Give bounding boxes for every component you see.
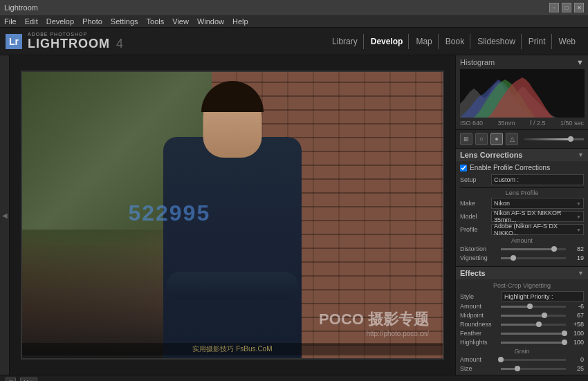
distortion-thumb[interactable]: [551, 246, 557, 252]
tab-slideshow[interactable]: Slideshow: [472, 34, 522, 49]
bottom-strip: □ Y▼: [0, 375, 588, 381]
left-panel-arrow[interactable]: ◀: [2, 212, 8, 219]
feather-label: Feather: [460, 330, 498, 337]
focal-value: 35mm: [498, 120, 515, 127]
shutter-value: 1/50 sec: [560, 120, 584, 127]
profile-dropdown[interactable]: Adobe (Nikon AF-S DX NIKKO... ▼: [491, 224, 584, 235]
lens-corrections-header[interactable]: Lens Corrections ▼: [456, 149, 588, 161]
midpoint-row: Midpoint 67: [460, 312, 584, 319]
menu-tools[interactable]: Tools: [147, 17, 165, 26]
maximize-button[interactable]: □: [562, 3, 571, 12]
logo-text: ADOBE PHOTOSHOP LIGHTROOM 4: [28, 32, 123, 51]
histogram-info: ISO 640 35mm f / 2.5 1/50 sec: [460, 120, 584, 127]
model-arrow: ▼: [576, 214, 581, 219]
setup-label: Setup: [460, 176, 491, 183]
feather-fill: [501, 333, 566, 335]
left-panel[interactable]: ◀: [0, 55, 10, 375]
center-area: 522995 POCO 摄影专题 http://photo.poco.cn/ 实…: [10, 55, 455, 375]
grain-label: Grain: [460, 348, 584, 355]
tab-map[interactable]: Map: [410, 34, 438, 49]
profile-label: Profile: [460, 226, 491, 233]
effects-header[interactable]: Effects ▼: [456, 267, 588, 279]
histogram-header: Histogram ▼: [460, 58, 584, 66]
amount-fill: [501, 306, 530, 308]
midpoint-slider[interactable]: [501, 315, 566, 317]
watermark-code: 522995: [128, 201, 210, 226]
tab-develop[interactable]: Develop: [365, 34, 410, 49]
person-arms: [167, 272, 298, 299]
enable-profile-checkbox[interactable]: [460, 165, 467, 171]
tool-triangle[interactable]: △: [506, 133, 518, 145]
minimize-button[interactable]: −: [549, 3, 559, 12]
roundness-slider[interactable]: [501, 324, 566, 326]
midpoint-thumb[interactable]: [542, 313, 547, 318]
tool-circle[interactable]: ○: [475, 133, 488, 145]
strip-button-1[interactable]: □: [6, 378, 16, 382]
highlights-row: Highlights 100: [460, 339, 584, 346]
lens-corrections-arrow: ▼: [578, 151, 584, 158]
menu-bar: File Edit Develop Photo Settings Tools V…: [0, 15, 588, 28]
tab-book[interactable]: Book: [440, 34, 470, 49]
version-number: 4: [116, 37, 123, 50]
effects-section: Effects ▼ Post-Crop Vignetting Style Hig…: [456, 267, 588, 375]
amount-label: Amount: [460, 303, 498, 310]
effects-title: Effects: [460, 269, 486, 277]
amount-slider[interactable]: [501, 306, 566, 308]
menu-photo[interactable]: Photo: [82, 17, 102, 26]
grain-size-slider[interactable]: [501, 368, 566, 370]
feather-slider[interactable]: [501, 333, 566, 335]
post-crop-label: Post-Crop Vignetting: [460, 282, 584, 289]
roundness-label: Roundness: [460, 321, 498, 328]
distortion-slider[interactable]: [501, 248, 566, 250]
grain-amount-label: Amount: [460, 356, 498, 363]
histogram-arrow[interactable]: ▼: [576, 58, 584, 66]
vignetting-slider[interactable]: [501, 257, 566, 259]
tab-library[interactable]: Library: [327, 34, 364, 49]
tab-print[interactable]: Print: [523, 34, 552, 49]
grain-amount-slider[interactable]: [501, 359, 566, 361]
menu-file[interactable]: File: [4, 17, 17, 26]
menu-help[interactable]: Help: [232, 17, 248, 26]
amount-thumb[interactable]: [527, 304, 533, 309]
menu-view[interactable]: View: [172, 17, 189, 26]
highlights-slider[interactable]: [501, 342, 566, 344]
vignetting-row: Vignetting 19: [460, 254, 584, 261]
highlights-thumb[interactable]: [562, 340, 567, 345]
enable-profile-row: Enable Profile Corrections: [460, 164, 584, 171]
setup-dropdown[interactable]: Custom :: [491, 174, 584, 185]
vignetting-thumb[interactable]: [511, 255, 516, 261]
feather-value: 100: [569, 330, 584, 337]
style-dropdown[interactable]: Highlight Priority :: [502, 291, 584, 301]
right-panel-wrapper: Histogram ▼ ISO 64: [455, 55, 588, 375]
menu-develop[interactable]: Develop: [46, 17, 74, 26]
close-button[interactable]: ✕: [574, 3, 584, 12]
right-panel: Histogram ▼ ISO 64: [455, 55, 588, 375]
histogram-canvas: [460, 69, 585, 118]
roundness-thumb[interactable]: [536, 322, 542, 327]
style-value: Highlight Priority :: [504, 293, 553, 300]
tab-web[interactable]: Web: [553, 34, 581, 49]
model-dropdown[interactable]: Nikon AF-S DX NIKKOR 35mm... ▼: [491, 211, 584, 222]
adobe-label: ADOBE PHOTOSHOP: [28, 32, 123, 37]
grain-amount-thumb[interactable]: [498, 357, 504, 362]
lens-corrections-title: Lens Corrections: [460, 151, 522, 159]
tool-slider[interactable]: [524, 138, 584, 140]
menu-settings[interactable]: Settings: [111, 17, 138, 26]
strip-button-2[interactable]: Y▼: [20, 378, 37, 382]
tool-dot[interactable]: ●: [490, 133, 503, 145]
setup-row: Setup Custom :: [460, 174, 584, 185]
grain-size-thumb[interactable]: [515, 366, 520, 371]
menu-edit[interactable]: Edit: [25, 17, 38, 26]
make-dropdown[interactable]: Nikon ▼: [491, 198, 584, 209]
feather-thumb[interactable]: [562, 331, 567, 336]
nav-tabs: Library Develop Map Book Slideshow Print…: [327, 34, 581, 49]
style-label: Style: [460, 293, 502, 300]
tool-grid[interactable]: ⊞: [460, 133, 472, 145]
profile-value: Adobe (Nikon AF-S DX NIKKO...: [494, 223, 576, 236]
profile-arrow: ▼: [576, 227, 581, 232]
menu-window[interactable]: Window: [197, 17, 224, 26]
main-content: ◀ 522995 POCO 摄影专题 http://photo.poco.cn/: [0, 55, 588, 375]
grain-size-row: Size 25: [460, 365, 584, 372]
lr-badge: Lr: [6, 34, 22, 49]
watermark-poco: POCO 摄影专题 http://photo.poco.cn/: [319, 309, 429, 337]
